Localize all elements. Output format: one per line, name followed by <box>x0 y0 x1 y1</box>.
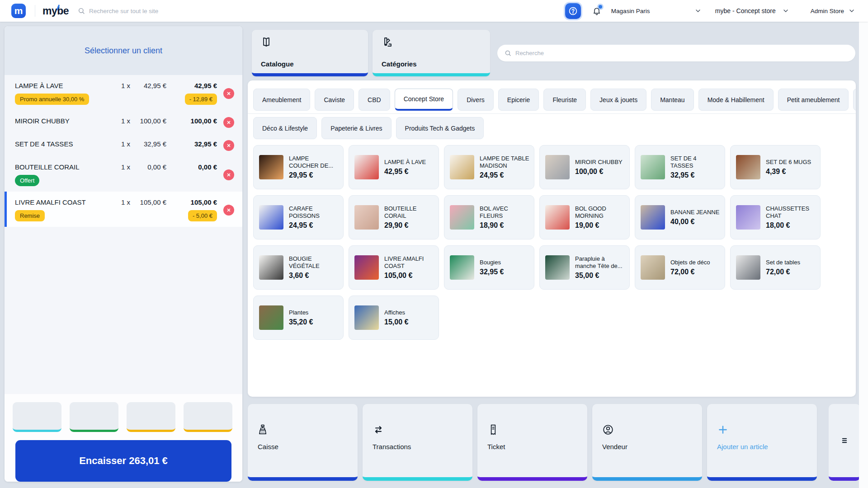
product-card[interactable]: MIROIR CHUBBY 100,00 € <box>539 145 630 189</box>
category-chip[interactable]: Petit ameublement <box>778 89 849 111</box>
nav-card[interactable]: Ajouter un article <box>707 404 817 481</box>
select-client-button[interactable]: Sélectionner un client <box>5 26 242 75</box>
checkout-button[interactable]: Encaisser 263,01 € <box>15 440 231 482</box>
cart-item-name: SET DE 4 TASSES <box>15 140 113 148</box>
product-card[interactable]: LAMPE DE TABLE MADISON 24,95 € <box>444 145 534 189</box>
category-chip[interactable]: Vapotes <box>853 89 856 111</box>
tab-label: Catégories <box>382 60 481 68</box>
product-card[interactable]: BOUGIE VÉGÉTALE 3,60 € <box>253 245 344 290</box>
product-card[interactable]: Parapluie à manche Tête de... 35,00 € <box>539 245 630 290</box>
catalog-panel: AmeublementCavisteCBDConcept StoreDivers… <box>248 80 856 397</box>
product-card[interactable]: SET DE 4 TASSES 32,95 € <box>635 145 725 189</box>
help-button[interactable] <box>565 3 581 19</box>
tab-catalogue[interactable]: Catalogue <box>252 30 368 76</box>
product-card[interactable]: Set de tables 72,00 € <box>730 245 821 290</box>
cart-item-row[interactable]: LIVRE AMALFI COAST 1 x 105,00 € 105,00 €… <box>5 192 242 227</box>
product-card[interactable]: Affiches 15,00 € <box>349 296 439 340</box>
product-card[interactable]: BOUTEILLE CORAIL 29,90 € <box>349 195 439 239</box>
cash-register-icon <box>258 424 269 436</box>
product-name: CHAUSSETTES CHAT <box>766 205 816 220</box>
product-price: 32,95 € <box>670 171 720 179</box>
category-chip[interactable]: Divers <box>458 89 494 111</box>
product-card[interactable]: LAMPE À LAVE 42,95 € <box>349 145 439 189</box>
product-name: LAMPE DE TABLE MADISON <box>480 155 529 169</box>
app-logo[interactable]: m <box>11 4 26 18</box>
product-name: LAMPE À LAVE <box>384 159 426 166</box>
scrollbar-track[interactable] <box>859 22 868 488</box>
cart-item-name: LIVRE AMALFI COAST <box>15 198 113 206</box>
cart-item-unit-price: 42,95 € <box>130 82 166 89</box>
product-image <box>736 155 760 179</box>
product-grid: LAMPE COUCHER DE... 29,95 € LAMPE À LAVE… <box>253 145 850 340</box>
category-chip[interactable]: Fleuriste <box>543 89 586 111</box>
product-card[interactable]: Objets de déco 72,00 € <box>635 245 725 290</box>
product-image <box>736 255 760 280</box>
search-icon <box>505 50 511 56</box>
cart-actions <box>13 402 234 432</box>
product-name: BANANE JEANNE <box>670 209 719 216</box>
product-card[interactable]: BOL GOOD MORNING 19,00 € <box>539 195 630 239</box>
category-chip[interactable]: CBD <box>359 89 390 111</box>
category-chip[interactable]: Produits Tech & Gadgets <box>396 117 484 139</box>
store-selector[interactable]: Magasin Paris <box>611 7 702 14</box>
product-card[interactable]: Bougies 32,95 € <box>444 245 534 290</box>
category-chip[interactable]: Mode & Habillement <box>698 89 774 111</box>
cart-action-button[interactable] <box>70 402 118 432</box>
remove-item-button[interactable] <box>223 88 234 99</box>
category-chip[interactable]: Papeterie & Livres <box>321 117 391 139</box>
nav-card[interactable]: Caisse <box>248 404 358 481</box>
book-icon <box>261 37 272 47</box>
product-image <box>545 255 570 280</box>
product-card[interactable]: LIVRE AMALFI COAST 105,00 € <box>349 245 439 290</box>
cart-item-row[interactable]: MIROIR CHUBBY 1 x 100,00 € 100,00 € <box>5 110 242 133</box>
product-price: 35,00 € <box>575 272 625 280</box>
tab-categories[interactable]: Catégories <box>373 30 490 76</box>
nav-card[interactable]: Vendeur <box>592 404 702 481</box>
category-chip[interactable]: Epicerie <box>498 89 539 111</box>
category-chip[interactable]: Manteau <box>651 89 693 111</box>
category-chip[interactable]: Jeux & jouets <box>590 89 646 111</box>
user-menu[interactable]: Admin Store <box>807 7 855 14</box>
product-card[interactable]: Plantes 35,20 € <box>253 296 344 340</box>
cart-item-row[interactable]: SET DE 4 TASSES 1 x 32,95 € 32,95 € <box>5 133 242 156</box>
cart-item-row[interactable]: BOUTEILLE CORAIL 1 x 0,00 € 0,00 € Offer… <box>5 156 242 192</box>
remove-item-button[interactable] <box>223 117 234 128</box>
product-image <box>736 205 760 230</box>
category-chip[interactable]: Déco & Lifestyle <box>253 117 317 139</box>
cart-action-button[interactable] <box>184 402 232 432</box>
product-image <box>259 205 283 230</box>
register-selector[interactable]: mybe - Concept store <box>715 7 789 14</box>
cart-items[interactable]: LAMPE À LAVE 1 x 42,95 € 42,95 € Promo a… <box>5 75 242 394</box>
product-card[interactable]: BANANE JEANNE 40,00 € <box>635 195 725 239</box>
store-name: Magasin Paris <box>611 8 650 14</box>
product-card[interactable]: CHAUSSETTES CHAT 18,00 € <box>730 195 821 239</box>
global-search-input[interactable] <box>89 8 225 14</box>
remove-item-button[interactable] <box>223 169 234 180</box>
catalog-search-input[interactable] <box>515 50 848 56</box>
product-card[interactable]: BOL AVEC FLEURS 18,90 € <box>444 195 534 239</box>
notification-dot <box>599 5 602 9</box>
product-card[interactable]: SET DE 6 MUGS 4,39 € <box>730 145 821 189</box>
chevron-down-icon <box>694 7 702 14</box>
nav-card[interactable]: Transactions <box>363 404 472 481</box>
cart-item-badge: Remise <box>15 210 45 221</box>
person-circle-icon <box>602 424 614 436</box>
category-chip[interactable]: Concept Store <box>395 89 453 111</box>
remove-item-button[interactable] <box>223 140 234 151</box>
cart-item-unit-price: 100,00 € <box>130 117 166 125</box>
cart-action-button[interactable] <box>127 402 175 432</box>
category-chip[interactable]: Ameublement <box>253 89 310 111</box>
cart-item-row[interactable]: LAMPE À LAVE 1 x 42,95 € 42,95 € Promo a… <box>5 75 242 110</box>
notifications-button[interactable] <box>592 6 601 15</box>
remove-item-button[interactable] <box>223 205 234 216</box>
category-chip[interactable]: Caviste <box>315 89 354 111</box>
more-menu-button[interactable] <box>829 404 860 481</box>
product-card[interactable]: CARAFE POISSONS 24,95 € <box>253 195 344 239</box>
cart-action-button[interactable] <box>13 402 61 432</box>
cart-item-qty: 1 x <box>113 117 130 125</box>
product-price: 72,00 € <box>670 268 710 276</box>
product-price: 35,20 € <box>289 318 313 326</box>
nav-card[interactable]: Ticket <box>477 404 587 481</box>
cart-panel-footer: Encaisser 263,01 € <box>5 394 242 482</box>
product-card[interactable]: LAMPE COUCHER DE... 29,95 € <box>253 145 344 189</box>
